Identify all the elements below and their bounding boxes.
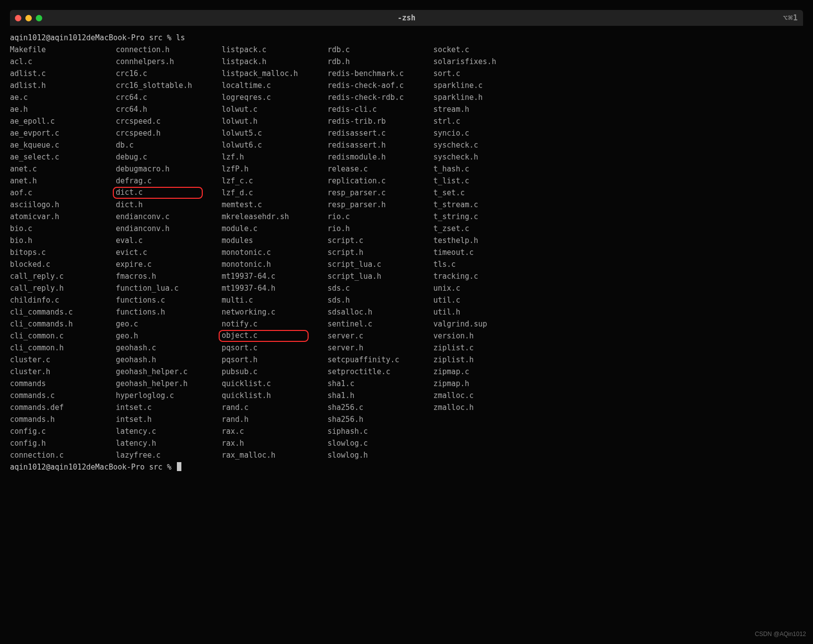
file-entry: pqsort.h bbox=[222, 354, 309, 366]
file-entry: ziplist.c bbox=[433, 342, 520, 354]
prompt-symbol: % bbox=[167, 463, 171, 472]
file-entry: sha256.h bbox=[327, 413, 414, 425]
file-entry: endianconv.c bbox=[116, 211, 203, 223]
file-entry: crcspeed.c bbox=[116, 115, 203, 127]
file-entry: redisassert.c bbox=[327, 127, 414, 139]
file-entry: debugmacro.h bbox=[116, 163, 203, 175]
file-entry: redis-check-rdb.c bbox=[327, 91, 414, 103]
file-entry: rio.c bbox=[327, 211, 414, 223]
file-entry: functions.h bbox=[116, 306, 203, 318]
file-entry: bio.c bbox=[10, 223, 97, 235]
file-entry: listpack.h bbox=[222, 56, 309, 68]
file-entry: memtest.c bbox=[222, 199, 309, 211]
file-entry: anet.c bbox=[10, 163, 97, 175]
file-entry: expire.c bbox=[116, 258, 203, 270]
file-entry: lzf_d.c bbox=[222, 187, 309, 199]
file-entry: timeout.c bbox=[433, 246, 520, 258]
file-entry: anet.h bbox=[10, 175, 97, 187]
minimize-icon[interactable] bbox=[25, 15, 32, 21]
terminal-body[interactable]: aqin1012@aqin1012deMacBook-Pro src % ls … bbox=[10, 26, 803, 483]
file-entry: siphash.c bbox=[327, 425, 414, 437]
file-entry: syscheck.c bbox=[433, 139, 520, 151]
file-entry: rax.c bbox=[222, 425, 309, 437]
file-entry: rand.h bbox=[222, 413, 309, 425]
file-entry: sha256.c bbox=[327, 402, 414, 413]
file-entry: valgrind.sup bbox=[433, 318, 520, 330]
file-entry: crc16.c bbox=[116, 68, 203, 80]
file-entry: latency.c bbox=[116, 425, 203, 437]
file-entry: fmacros.h bbox=[116, 270, 203, 282]
file-entry: t_list.c bbox=[433, 175, 520, 187]
prompt-cwd: src bbox=[149, 463, 163, 472]
window-shortcut-hint: ⌥⌘1 bbox=[783, 12, 798, 24]
file-entry: crc64.h bbox=[116, 103, 203, 115]
file-entry: zmalloc.c bbox=[433, 390, 520, 402]
prompt-user-host: aqin1012@aqin1012deMacBook-Pro bbox=[10, 463, 145, 472]
file-entry: geohash_helper.c bbox=[116, 366, 203, 378]
file-entry: object.c bbox=[219, 330, 309, 342]
file-entry: tls.c bbox=[433, 258, 520, 270]
file-entry: function_lua.c bbox=[116, 282, 203, 294]
file-entry: rio.h bbox=[327, 223, 414, 235]
close-icon[interactable] bbox=[15, 15, 21, 21]
file-entry: ziplist.h bbox=[433, 354, 520, 366]
file-entry: slowlog.h bbox=[327, 449, 414, 461]
file-entry: util.h bbox=[433, 306, 520, 318]
file-entry: resp_parser.h bbox=[327, 199, 414, 211]
file-entry: defrag.c bbox=[116, 175, 203, 187]
cursor-icon bbox=[177, 462, 181, 471]
file-entry: connection.c bbox=[10, 449, 97, 461]
file-entry: logreqres.c bbox=[222, 91, 309, 103]
file-entry: sds.h bbox=[327, 294, 414, 306]
file-entry: redis-check-aof.c bbox=[327, 80, 414, 91]
file-entry: rax.h bbox=[222, 437, 309, 449]
file-entry: geohash.c bbox=[116, 342, 203, 354]
file-entry: blocked.c bbox=[10, 258, 97, 270]
file-entry: ae_evport.c bbox=[10, 127, 97, 139]
prompt-command: ls bbox=[176, 33, 185, 42]
file-entry: sparkline.h bbox=[433, 91, 520, 103]
file-entry: functions.c bbox=[116, 294, 203, 306]
file-entry: mkreleasehdr.sh bbox=[222, 211, 309, 223]
file-entry: mt19937-64.c bbox=[222, 270, 309, 282]
file-entry: lolwut6.c bbox=[222, 139, 309, 151]
file-entry: redis-cli.c bbox=[327, 103, 414, 115]
file-entry: geohash.h bbox=[116, 354, 203, 366]
file-entry: syncio.c bbox=[433, 127, 520, 139]
prompt-cwd: src bbox=[149, 33, 163, 42]
file-entry: version.h bbox=[433, 330, 520, 342]
file-entry: ae_select.c bbox=[10, 151, 97, 163]
file-entry: networking.c bbox=[222, 306, 309, 318]
file-entry: solarisfixes.h bbox=[433, 56, 520, 68]
file-entry: dict.h bbox=[116, 199, 203, 211]
file-entry: redisassert.h bbox=[327, 139, 414, 151]
file-entry: rdb.c bbox=[327, 44, 414, 56]
file-entry: sha1.c bbox=[327, 378, 414, 390]
file-entry: lazyfree.c bbox=[116, 449, 203, 461]
file-entry: atomicvar.h bbox=[10, 211, 97, 223]
file-entry: lolwut.h bbox=[222, 115, 309, 127]
file-entry: lzf.h bbox=[222, 151, 309, 163]
file-entry: evict.c bbox=[116, 246, 203, 258]
file-entry: script_lua.c bbox=[327, 258, 414, 270]
file-entry: unix.c bbox=[433, 282, 520, 294]
file-entry: intset.c bbox=[116, 402, 203, 413]
file-entry: lzfP.h bbox=[222, 163, 309, 175]
file-entry: script_lua.h bbox=[327, 270, 414, 282]
file-entry: commands.h bbox=[10, 413, 97, 425]
file-entry: cli_commands.h bbox=[10, 318, 97, 330]
ls-col-3: listpack.clistpack.hlistpack_malloc.hloc… bbox=[222, 44, 309, 461]
file-entry: redismodule.h bbox=[327, 151, 414, 163]
file-entry: script.c bbox=[327, 235, 414, 246]
file-entry: sort.c bbox=[433, 68, 520, 80]
file-entry: multi.c bbox=[222, 294, 309, 306]
file-entry: crc16_slottable.h bbox=[116, 80, 203, 91]
file-entry: crc64.c bbox=[116, 91, 203, 103]
file-entry: replication.c bbox=[327, 175, 414, 187]
file-entry: dict.c bbox=[113, 187, 203, 199]
file-entry: bio.h bbox=[10, 235, 97, 246]
file-entry: t_set.c bbox=[433, 187, 520, 199]
file-entry: call_reply.h bbox=[10, 282, 97, 294]
ls-col-4: rdb.crdb.hredis-benchmark.credis-check-a… bbox=[327, 44, 414, 461]
zoom-icon[interactable] bbox=[36, 15, 42, 21]
